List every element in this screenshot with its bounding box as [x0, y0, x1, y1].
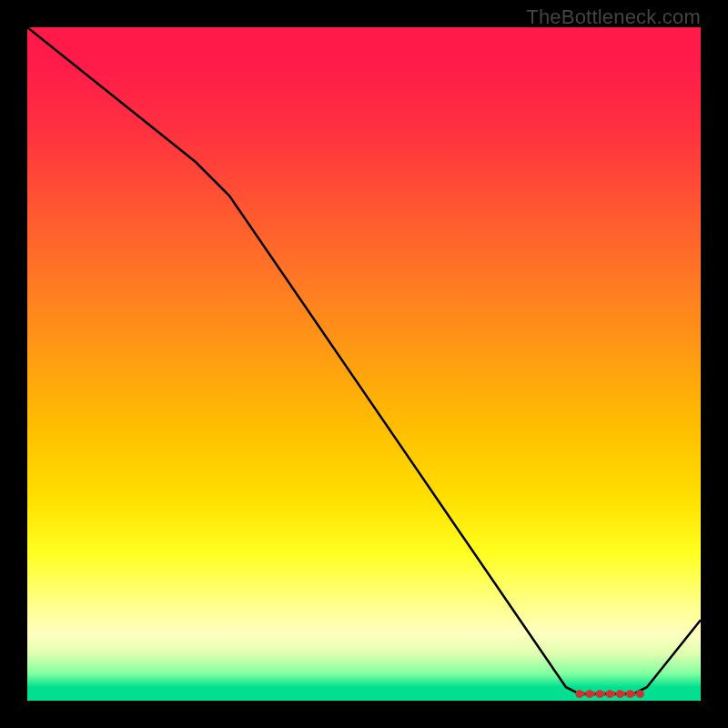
chart-svg: [27, 27, 701, 701]
watermark-text: TheBottleneck.com: [526, 5, 701, 29]
highlight-dot: [636, 691, 643, 698]
highlight-markers: [576, 691, 644, 698]
bottleneck-curve: [27, 27, 701, 694]
